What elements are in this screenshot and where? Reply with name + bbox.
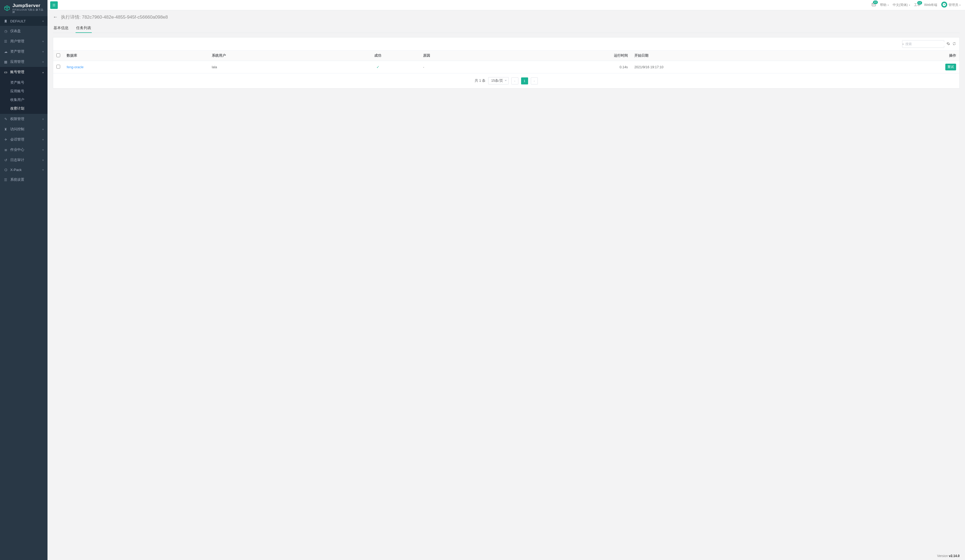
stack-icon: ≣ — [4, 148, 8, 152]
sidebar-item-dashboard[interactable]: ◷ 仪表盘 — [0, 26, 47, 36]
database-link[interactable]: feng-oracle — [67, 65, 83, 69]
next-page-button[interactable]: › — [531, 77, 538, 85]
task-list-card: ▾ 数据库 系统用户 — [53, 37, 960, 88]
avatar-icon — [941, 2, 947, 9]
task-table: 数据库 系统用户 成功 原因 运行时间 开始日期 操作 feng-oracle — [53, 51, 959, 73]
bookmark-icon — [4, 20, 8, 23]
chevron-down-icon: ▾ — [43, 138, 44, 141]
chevron-down-icon: ▾ — [43, 158, 44, 162]
page-title: 执行详情: 782c7960-482e-4855-945f-c56660a098… — [61, 14, 168, 20]
logo-icon — [4, 5, 10, 12]
prev-page-button[interactable]: ‹ — [511, 77, 518, 85]
ticket-badge: 12 — [917, 1, 922, 5]
col-reason: 原因 — [420, 51, 504, 61]
sidebar-item-audit[interactable]: ↺ 日志审计 ▾ — [0, 155, 47, 165]
account-submenu: 资产账号 应用账号 收集用户 改密计划 — [0, 77, 47, 114]
chevron-down-icon: ▾ — [43, 20, 44, 23]
sidebar-item-accounts[interactable]: ▭ 账号管理 ▴ — [0, 67, 47, 77]
apps-icon: ▦ — [4, 60, 8, 64]
svg-point-4 — [944, 4, 944, 5]
sidebar-item-xpack[interactable]: ⌬ X-Pack ▾ — [0, 165, 47, 175]
chevron-down-icon: ▾ — [43, 60, 44, 64]
sidebar-item-assets[interactable]: ☁ 资产管理 ▾ — [0, 46, 47, 57]
org-selector[interactable]: DEFAULT ▾ — [0, 16, 47, 26]
chevron-down-icon: ▾ — [909, 4, 910, 7]
tabs: 基本信息 任务列表 — [53, 23, 960, 33]
edit-icon: ✎ — [4, 117, 8, 121]
chevron-down-icon: ▾ — [43, 40, 44, 43]
submenu-gather-user[interactable]: 收集用户 — [0, 95, 47, 104]
tab-basic-info[interactable]: 基本信息 — [53, 23, 69, 33]
back-button[interactable]: ← — [53, 14, 58, 20]
refresh-button[interactable] — [952, 42, 956, 46]
brand-title: JumpServer — [12, 3, 44, 8]
content: ▾ 数据库 系统用户 — [47, 33, 965, 552]
page-number-button[interactable]: 1 — [521, 77, 528, 85]
cell-reason: - — [420, 61, 504, 73]
chevron-down-icon: ▾ — [43, 128, 44, 131]
users-icon: ☰ — [4, 39, 8, 43]
fort-icon: ♜ — [4, 127, 8, 131]
settings-button[interactable] — [946, 42, 950, 46]
main: 13 帮助 ▾ 中文(简体) ▾ 工单 12 Web终端 管理员 — [47, 0, 965, 560]
footer: Version v2.14.0 — [47, 552, 965, 560]
chevron-up-icon: ▴ — [43, 71, 44, 73]
sidebar-item-sessions[interactable]: ✈ 会话管理 ▾ — [0, 134, 47, 145]
page-header: ← 执行详情: 782c7960-482e-4855-945f-c56660a0… — [47, 10, 965, 33]
mail-button[interactable]: 13 — [871, 2, 876, 8]
check-icon: ✓ — [376, 65, 379, 69]
sliders-icon: ☰ — [4, 178, 8, 181]
id-card-icon: ▭ — [4, 70, 8, 74]
col-success: 成功 — [336, 51, 420, 61]
retry-button[interactable]: 重试 — [945, 64, 956, 70]
chart-icon: ⌬ — [4, 168, 8, 172]
help-dropdown[interactable]: 帮助 ▾ — [880, 3, 889, 7]
select-all-checkbox[interactable] — [56, 54, 60, 57]
page-size-select[interactable]: 15条/页 — [488, 77, 509, 85]
sidebar-item-users[interactable]: ☰ 用户管理 ▾ — [0, 36, 47, 46]
mail-badge: 13 — [873, 0, 878, 4]
submenu-app-account[interactable]: 应用账号 — [0, 87, 47, 95]
ticket-button[interactable]: 工单 12 — [914, 3, 921, 7]
pagination: 共 1 条 15条/页 ‹ 1 › — [53, 73, 959, 88]
sidebar-item-acl[interactable]: ♜ 访问控制 ▾ — [0, 124, 47, 134]
table-row: feng-oracle lala ✓ - 0.14s 2021/9/16 19:… — [53, 61, 959, 73]
col-sysuser: 系统用户 — [209, 51, 336, 61]
col-runtime: 运行时间 — [504, 51, 631, 61]
toggle-sidebar-button[interactable] — [50, 2, 58, 9]
tab-task-list[interactable]: 任务列表 — [75, 23, 92, 33]
sidebar-item-settings[interactable]: ☰ 系统设置 — [0, 175, 47, 185]
brand-logo[interactable]: JumpServer FIT2CLOUD飞致云 旗下品牌 — [0, 0, 47, 16]
cell-startdate: 2021/9/16 19:17:10 — [631, 61, 852, 73]
topbar: 13 帮助 ▾ 中文(简体) ▾ 工单 12 Web终端 管理员 — [47, 0, 965, 10]
col-action: 操作 — [852, 51, 959, 61]
submenu-asset-account[interactable]: 资产账号 — [0, 78, 47, 87]
submenu-change-plan[interactable]: 改密计划 — [0, 104, 47, 113]
language-dropdown[interactable]: 中文(简体) ▾ — [893, 3, 910, 7]
cell-sysuser: lala — [209, 61, 336, 73]
send-icon: ✈ — [4, 137, 8, 141]
web-terminal-link[interactable]: Web终端 — [924, 3, 937, 7]
sidebar-item-apps[interactable]: ▦ 应用管理 ▾ — [0, 57, 47, 67]
chevron-down-icon: ▾ — [888, 4, 889, 7]
chevron-down-icon: ▾ — [43, 50, 44, 53]
org-label: DEFAULT — [10, 19, 43, 23]
sidebar-item-perms[interactable]: ✎ 权限管理 ▾ — [0, 114, 47, 124]
cell-runtime: 0.14s — [504, 61, 631, 73]
table-toolbar: ▾ — [53, 38, 959, 51]
version-text: v2.14.0 — [949, 554, 960, 558]
chevron-down-icon: ▾ — [43, 168, 44, 171]
search-wrapper: ▾ — [902, 40, 944, 48]
chevron-down-icon: ▾ — [43, 149, 44, 151]
assets-icon: ☁ — [4, 50, 8, 54]
brand-subtitle: FIT2CLOUD飞致云 旗下品牌 — [12, 9, 44, 13]
user-menu[interactable]: 管理员 ▾ — [941, 2, 961, 9]
row-checkbox[interactable] — [56, 65, 60, 69]
chevron-down-icon: ▾ — [959, 4, 961, 7]
history-icon: ↺ — [4, 158, 8, 162]
search-input[interactable] — [904, 42, 947, 46]
pagination-total: 共 1 条 — [475, 78, 486, 83]
sidebar-item-jobs[interactable]: ≣ 作业中心 ▾ — [0, 145, 47, 155]
dashboard-icon: ◷ — [4, 29, 8, 33]
sidebar: JumpServer FIT2CLOUD飞致云 旗下品牌 DEFAULT ▾ ◷… — [0, 0, 47, 560]
